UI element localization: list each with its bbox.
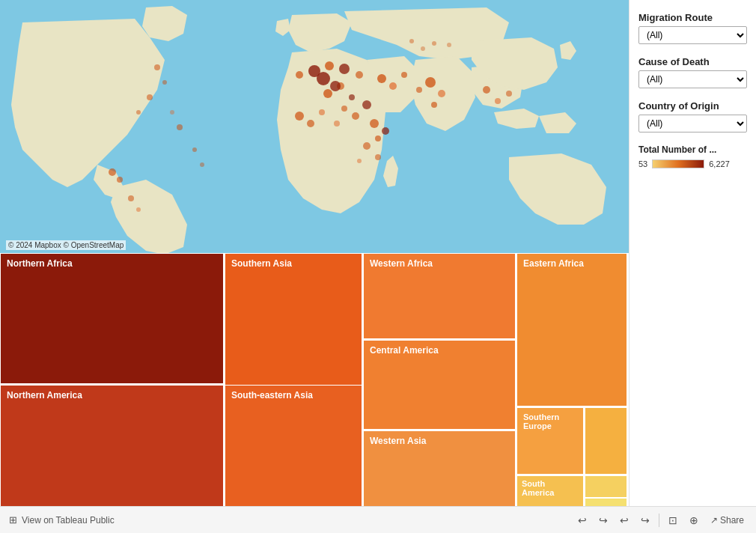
south-eastern-asia-label: South-eastern Asia: [231, 390, 313, 400]
western-africa-label: Western Africa: [370, 258, 433, 269]
share-label: Share: [720, 515, 744, 526]
map-attribution: © 2024 Mapbox © OpenStreetMap: [6, 240, 126, 250]
redo-button[interactable]: ↪: [596, 513, 611, 528]
main-container: © 2024 Mapbox © OpenStreetMap Northern A…: [0, 0, 756, 533]
svg-point-20: [382, 127, 389, 135]
treemap-cell-eastern-africa[interactable]: Eastern Africa: [516, 253, 627, 406]
svg-point-28: [362, 100, 371, 109]
country-of-origin-select[interactable]: (All): [638, 115, 747, 133]
svg-point-39: [200, 162, 204, 167]
svg-point-12: [431, 102, 437, 108]
south-america-label: South America: [522, 479, 579, 497]
svg-point-45: [375, 154, 381, 160]
svg-point-7: [389, 82, 397, 90]
svg-point-15: [506, 91, 512, 97]
country-of-origin-filter: Country of Origin (All): [638, 100, 747, 133]
treemap-cell-extra1: [585, 407, 627, 475]
country-of-origin-label: Country of Origin: [638, 100, 747, 112]
download-button[interactable]: ⊕: [686, 513, 701, 528]
southern-europe-label: Southern Europe: [523, 412, 577, 430]
divider: [659, 514, 659, 527]
treemap-cell-south-eastern-asia[interactable]: South-eastern Asia: [225, 385, 362, 520]
svg-point-27: [349, 94, 355, 100]
svg-point-41: [421, 46, 425, 51]
left-panel: © 2024 Mapbox © OpenStreetMap Northern A…: [0, 0, 629, 533]
svg-point-31: [334, 121, 340, 127]
svg-point-19: [370, 119, 379, 128]
migration-route-select[interactable]: (All): [638, 26, 747, 44]
migration-route-filter: Migration Route (All): [638, 12, 747, 44]
toolbar-left: ⊞ View on Tableau Public: [9, 514, 115, 526]
svg-point-29: [341, 106, 347, 112]
western-asia-label: Western Asia: [370, 436, 426, 446]
svg-point-33: [162, 80, 167, 85]
undo2-button[interactable]: ↩: [617, 513, 632, 528]
share-icon: ↗: [710, 515, 718, 526]
svg-point-11: [416, 87, 422, 93]
svg-point-38: [192, 147, 197, 152]
svg-point-46: [357, 159, 362, 163]
svg-point-22: [109, 168, 116, 176]
right-panel: Migration Route (All) Cause of Death (Al…: [629, 0, 756, 533]
tableau-icon: ⊞: [9, 514, 17, 526]
svg-point-30: [352, 112, 359, 120]
northern-america-label: Northern America: [7, 390, 82, 400]
svg-point-5: [356, 71, 363, 79]
svg-point-14: [495, 98, 501, 104]
cause-of-death-filter: Cause of Death (All): [638, 56, 747, 88]
svg-point-17: [307, 120, 314, 127]
svg-point-48: [330, 81, 341, 91]
central-america-label: Central America: [370, 345, 439, 356]
svg-point-2: [325, 61, 334, 70]
toolbar-right: ↩ ↪ ↩ ↪ ⊡ ⊕ ↗ Share: [575, 513, 747, 528]
share-button[interactable]: ↗ Share: [707, 514, 747, 527]
svg-point-40: [409, 39, 414, 43]
world-map: [0, 0, 629, 253]
svg-point-10: [438, 90, 445, 97]
bottom-toolbar: ⊞ View on Tableau Public ↩ ↪ ↩ ↪ ⊡ ⊕ ↗ S…: [0, 506, 756, 533]
svg-point-23: [117, 177, 123, 183]
treemap-cell-northern-africa[interactable]: Northern Africa: [0, 253, 224, 384]
view-button[interactable]: ⊡: [665, 513, 680, 528]
svg-point-37: [177, 124, 183, 130]
svg-point-13: [483, 86, 490, 94]
legend-title: Total Number of ...: [638, 144, 747, 155]
northern-africa-label: Northern Africa: [7, 258, 73, 269]
svg-point-24: [128, 195, 134, 201]
svg-point-36: [170, 110, 174, 115]
treemap-cell-northern-america[interactable]: Northern America: [0, 385, 224, 520]
svg-point-43: [447, 43, 451, 47]
svg-point-42: [432, 41, 436, 46]
svg-point-32: [154, 64, 160, 70]
eastern-africa-label: Eastern Africa: [523, 258, 584, 269]
svg-point-44: [363, 142, 371, 150]
svg-point-9: [425, 77, 436, 88]
treemap-cell-southern-europe[interactable]: Southern Europe: [516, 407, 584, 475]
treemap-cell-western-africa[interactable]: Western Africa: [363, 253, 516, 339]
treemap: Northern Africa Southern Asia Western Af…: [0, 253, 629, 533]
tableau-link[interactable]: View on Tableau Public: [22, 515, 115, 526]
svg-point-25: [136, 207, 141, 212]
legend-bar: [652, 159, 704, 168]
legend-max: 6,227: [709, 159, 730, 168]
treemap-cell-extra2: [585, 475, 627, 498]
undo-button[interactable]: ↩: [575, 513, 590, 528]
legend-section: Total Number of ... 53 6,227: [638, 144, 747, 168]
treemap-cell-central-america[interactable]: Central America: [363, 340, 516, 430]
svg-point-35: [136, 110, 141, 115]
redo2-button[interactable]: ↪: [638, 513, 653, 528]
map-area[interactable]: © 2024 Mapbox © OpenStreetMap: [0, 0, 629, 253]
svg-point-16: [295, 112, 304, 121]
svg-point-8: [401, 72, 407, 78]
migration-route-label: Migration Route: [638, 12, 747, 23]
legend-min: 53: [638, 159, 647, 168]
svg-point-49: [323, 89, 332, 98]
svg-point-4: [339, 64, 350, 74]
cause-of-death-label: Cause of Death: [638, 56, 747, 67]
svg-point-18: [319, 109, 325, 115]
southern-asia-label: Southern Asia: [231, 258, 292, 269]
svg-point-6: [377, 74, 386, 83]
cause-of-death-select[interactable]: (All): [638, 70, 747, 88]
legend-bar-row: 53 6,227: [638, 159, 747, 168]
svg-point-47: [317, 72, 330, 85]
